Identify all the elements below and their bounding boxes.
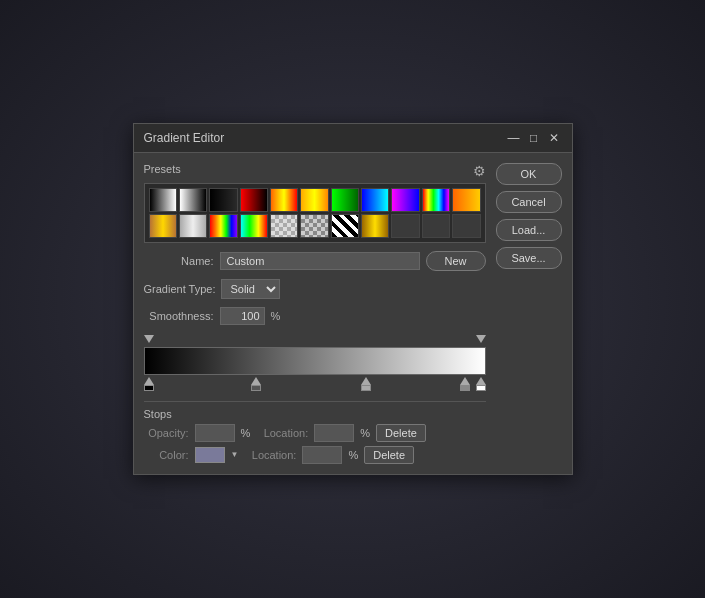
preset-swatch[interactable] <box>149 214 177 238</box>
color-swatch[interactable] <box>195 447 225 463</box>
cancel-button[interactable]: Cancel <box>496 191 562 213</box>
minimize-button[interactable]: — <box>506 130 522 146</box>
right-panel: OK Cancel Load... Save... <box>496 163 562 463</box>
opacity-location-input[interactable] <box>314 424 354 442</box>
gradient-bar[interactable] <box>144 347 486 375</box>
color-stop[interactable] <box>144 377 154 391</box>
presets-grid <box>149 188 481 237</box>
preset-swatch[interactable] <box>300 214 328 238</box>
dialog-body: Presets ⚙ <box>134 153 572 473</box>
name-label: Name: <box>144 255 214 267</box>
smoothness-label: Smoothness: <box>144 310 214 322</box>
preset-swatch[interactable] <box>240 188 268 212</box>
preset-swatch[interactable] <box>179 188 207 212</box>
restore-button[interactable]: □ <box>526 130 542 146</box>
preset-swatch[interactable] <box>209 188 237 212</box>
color-stop[interactable] <box>251 377 261 391</box>
name-row: Name: New <box>144 251 486 271</box>
preset-swatch[interactable] <box>179 214 207 238</box>
preset-swatch[interactable] <box>270 214 298 238</box>
save-button[interactable]: Save... <box>496 247 562 269</box>
presets-label: Presets <box>144 163 181 175</box>
preset-swatch[interactable] <box>331 188 359 212</box>
close-button[interactable]: ✕ <box>546 130 562 146</box>
opacity-location-unit: % <box>360 427 370 439</box>
preset-swatch[interactable] <box>422 188 450 212</box>
gradient-type-row: Gradient Type: Solid Noise <box>144 279 486 299</box>
new-button[interactable]: New <box>426 251 486 271</box>
gradient-editor-dialog: Gradient Editor — □ ✕ Presets ⚙ <box>133 123 573 474</box>
stops-title: Stops <box>144 408 486 420</box>
gradient-bar-container <box>144 333 486 393</box>
presets-header: Presets ⚙ <box>144 163 486 179</box>
preset-swatch[interactable] <box>331 214 359 238</box>
gear-icon[interactable]: ⚙ <box>473 163 486 179</box>
preset-swatch[interactable] <box>361 214 389 238</box>
stops-section: Stops Opacity: % Location: % Delete Colo… <box>144 401 486 464</box>
smoothness-row: Smoothness: % <box>144 307 486 325</box>
color-row: Color: ▼ Location: % Delete <box>144 446 486 464</box>
color-stop[interactable] <box>361 377 371 391</box>
preset-swatch[interactable] <box>270 188 298 212</box>
color-location-unit: % <box>348 449 358 461</box>
gradient-type-label: Gradient Type: <box>144 283 216 295</box>
smoothness-input[interactable] <box>220 307 265 325</box>
opacity-location-label: Location: <box>256 427 308 439</box>
load-button[interactable]: Load... <box>496 219 562 241</box>
color-delete-button[interactable]: Delete <box>364 446 414 464</box>
dialog-title: Gradient Editor <box>144 131 225 145</box>
opacity-unit: % <box>241 427 251 439</box>
color-location-input[interactable] <box>302 446 342 464</box>
color-stop[interactable] <box>460 377 470 391</box>
title-bar: Gradient Editor — □ ✕ <box>134 124 572 153</box>
preset-swatch[interactable] <box>240 214 268 238</box>
opacity-stop[interactable] <box>144 335 154 347</box>
opacity-row: Opacity: % Location: % Delete <box>144 424 486 442</box>
name-input[interactable] <box>220 252 420 270</box>
presets-container <box>144 183 486 242</box>
left-panel: Presets ⚙ <box>144 163 486 463</box>
color-label: Color: <box>144 449 189 461</box>
preset-swatch[interactable] <box>300 188 328 212</box>
opacity-stops-row <box>144 333 486 347</box>
color-location-label: Location: <box>244 449 296 461</box>
opacity-delete-button[interactable]: Delete <box>376 424 426 442</box>
preset-swatch[interactable] <box>422 214 450 238</box>
preset-swatch[interactable] <box>452 214 480 238</box>
preset-swatch[interactable] <box>361 188 389 212</box>
color-stop[interactable] <box>476 377 486 391</box>
opacity-stop[interactable] <box>476 335 486 347</box>
title-controls: — □ ✕ <box>506 130 562 146</box>
opacity-label: Opacity: <box>144 427 189 439</box>
preset-swatch[interactable] <box>391 188 419 212</box>
opacity-input[interactable] <box>195 424 235 442</box>
preset-swatch[interactable] <box>209 214 237 238</box>
color-stops-row <box>144 377 486 393</box>
ok-button[interactable]: OK <box>496 163 562 185</box>
smoothness-unit: % <box>271 310 281 322</box>
preset-swatch[interactable] <box>391 214 419 238</box>
preset-swatch[interactable] <box>149 188 177 212</box>
preset-swatch[interactable] <box>452 188 480 212</box>
gradient-type-select[interactable]: Solid Noise <box>221 279 280 299</box>
